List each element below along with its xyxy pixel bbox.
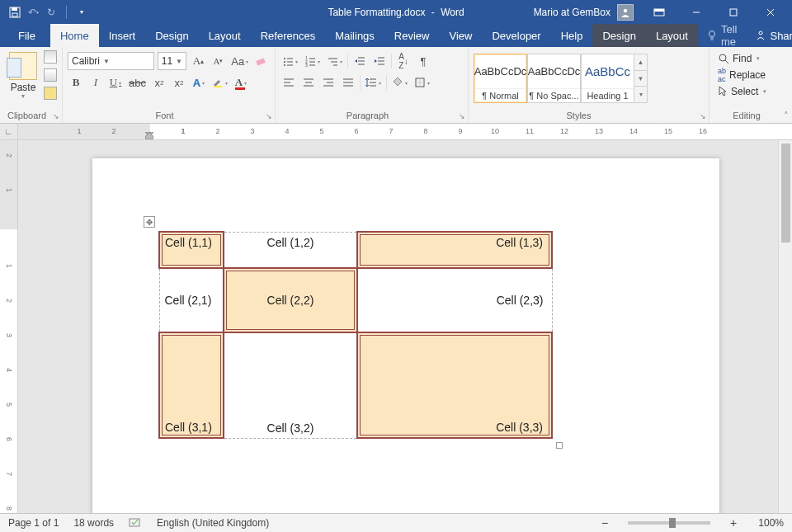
bullets-icon[interactable]: ▾ xyxy=(280,52,299,70)
tab-table-design[interactable]: Design xyxy=(592,24,645,47)
minimize-button[interactable] xyxy=(677,0,714,24)
document-page[interactable]: ✥ Cell (1,1) Cell (1,2) Cell (1,3) Cell … xyxy=(92,158,719,513)
page-area[interactable]: ✥ Cell (1,1) Cell (1,2) Cell (1,3) Cell … xyxy=(18,140,792,513)
table-cell[interactable]: Cell (3,2) xyxy=(224,332,357,438)
table-cell[interactable]: Cell (2,2) xyxy=(224,268,357,332)
styles-launcher-icon[interactable]: ↘ xyxy=(700,112,706,120)
paste-button[interactable]: Paste ▼ xyxy=(5,50,41,99)
table-cell[interactable]: Cell (1,2) xyxy=(224,232,357,268)
change-case-icon[interactable]: Aa▾ xyxy=(229,52,250,70)
align-right-icon[interactable] xyxy=(320,73,337,92)
horizontal-ruler[interactable]: ∟ 1 2 1 1 2 3 4 5 6 7 8 9 10 11 12 13 14… xyxy=(0,124,792,140)
tab-layout[interactable]: Layout xyxy=(199,24,251,47)
maximize-button[interactable] xyxy=(714,0,752,24)
clear-formatting-icon[interactable] xyxy=(253,52,270,70)
tab-mailings[interactable]: Mailings xyxy=(325,24,384,47)
style-normal[interactable]: AaBbCcDc ¶ Normal xyxy=(474,54,527,103)
paragraph-launcher-icon[interactable]: ↘ xyxy=(459,112,465,120)
hanging-indent-icon[interactable] xyxy=(145,132,153,139)
tab-help[interactable]: Help xyxy=(551,24,593,47)
zoom-level[interactable]: 100% xyxy=(758,517,784,529)
italic-button[interactable]: I xyxy=(87,73,104,92)
find-button[interactable]: Find▾ xyxy=(714,50,787,67)
share-button[interactable]: Share xyxy=(745,30,792,42)
highlight-icon[interactable]: ▾ xyxy=(210,73,229,92)
format-painter-icon[interactable] xyxy=(44,87,57,100)
font-launcher-icon[interactable]: ↘ xyxy=(266,112,272,120)
tab-references[interactable]: References xyxy=(251,24,325,47)
table-resize-handle-icon[interactable] xyxy=(556,442,563,449)
align-center-icon[interactable] xyxy=(300,73,317,92)
zoom-slider[interactable] xyxy=(628,521,710,525)
table-cell[interactable]: Cell (2,3) xyxy=(357,268,552,332)
language[interactable]: English (United Kingdom) xyxy=(157,517,269,529)
collapse-ribbon-icon[interactable]: ˄ xyxy=(784,111,789,121)
redo-icon[interactable]: ↻ xyxy=(45,6,58,19)
tab-view[interactable]: View xyxy=(439,24,482,47)
spellcheck-icon[interactable] xyxy=(129,517,142,529)
tab-review[interactable]: Review xyxy=(384,24,440,47)
ribbon-display-icon[interactable] xyxy=(640,0,677,24)
tab-insert[interactable]: Insert xyxy=(99,24,146,47)
font-name-combo[interactable]: Calibri▼ xyxy=(68,52,154,70)
vertical-ruler[interactable]: 2 1 1 2 3 4 5 6 7 8 xyxy=(0,140,18,513)
table-move-handle-icon[interactable]: ✥ xyxy=(144,216,155,228)
word-count[interactable]: 18 words xyxy=(73,517,114,529)
table-cell[interactable]: Cell (3,1) xyxy=(159,332,224,438)
save-icon[interactable] xyxy=(8,6,21,19)
table-cell[interactable]: Cell (2,1) xyxy=(159,268,224,332)
zoom-out-button[interactable]: − xyxy=(601,516,608,530)
customize-qat-icon[interactable]: ▾ xyxy=(75,6,88,19)
shading-icon[interactable]: ▾ xyxy=(390,73,409,92)
vertical-scrollbar[interactable] xyxy=(778,140,792,513)
underline-button[interactable]: U▾ xyxy=(107,73,124,92)
multilevel-list-icon[interactable]: ▾ xyxy=(325,52,344,70)
close-button[interactable] xyxy=(752,0,789,24)
group-label-clipboard: Clipboard xyxy=(0,111,54,120)
decrease-indent-icon[interactable] xyxy=(351,52,368,70)
scrollbar-thumb[interactable] xyxy=(781,144,790,242)
font-color-icon[interactable]: A▾ xyxy=(233,73,249,92)
table-cell[interactable]: Cell (1,3) xyxy=(357,232,552,268)
tab-home[interactable]: Home xyxy=(50,24,99,47)
document-table[interactable]: ✥ Cell (1,1) Cell (1,2) Cell (1,3) Cell … xyxy=(158,231,553,439)
borders-icon[interactable]: ▾ xyxy=(412,73,431,92)
zoom-slider-thumb[interactable] xyxy=(669,518,676,528)
styles-gallery-more[interactable]: ▲▼▾ xyxy=(634,54,648,103)
clipboard-launcher-icon[interactable]: ↘ xyxy=(53,112,59,120)
undo-icon[interactable]: ↶▾ xyxy=(26,6,40,19)
justify-icon[interactable] xyxy=(340,73,356,92)
page-count[interactable]: Page 1 of 1 xyxy=(8,517,59,529)
line-spacing-icon[interactable]: ▾ xyxy=(364,73,383,92)
select-button[interactable]: Select▾ xyxy=(714,83,787,100)
table-cell[interactable]: Cell (1,1) xyxy=(159,232,224,268)
increase-indent-icon[interactable] xyxy=(371,52,388,70)
tab-table-layout[interactable]: Layout xyxy=(646,24,698,47)
bold-button[interactable]: B xyxy=(68,73,84,92)
shrink-font-icon[interactable]: A▾ xyxy=(210,52,226,70)
text-effects-icon[interactable]: A▾ xyxy=(191,73,207,92)
style-heading-1[interactable]: AaBbCc Heading 1 xyxy=(581,54,634,103)
replace-button[interactable]: abacReplace xyxy=(714,67,787,83)
tab-selector-icon[interactable]: ∟ xyxy=(0,124,18,139)
strikethrough-button[interactable]: abc xyxy=(127,73,148,92)
align-left-icon[interactable] xyxy=(280,73,297,92)
user-avatar-icon[interactable] xyxy=(617,4,634,21)
zoom-in-button[interactable]: + xyxy=(730,516,737,530)
style-no-spacing[interactable]: AaBbCcDc ¶ No Spac... xyxy=(527,54,581,103)
copy-icon[interactable] xyxy=(44,68,57,82)
subscript-button[interactable]: x2 xyxy=(151,73,167,92)
tab-developer[interactable]: Developer xyxy=(482,24,550,47)
tell-me[interactable]: Tell me xyxy=(698,23,746,48)
user-name[interactable]: Mario at GemBox xyxy=(534,7,610,18)
sort-icon[interactable]: AZ↓ xyxy=(395,52,412,70)
numbering-icon[interactable]: 123▾ xyxy=(303,52,322,70)
cut-icon[interactable] xyxy=(44,50,57,64)
tab-file[interactable]: File xyxy=(8,24,45,47)
superscript-button[interactable]: x2 xyxy=(171,73,187,92)
tab-design[interactable]: Design xyxy=(145,24,198,47)
show-marks-icon[interactable]: ¶ xyxy=(415,52,431,70)
font-size-combo[interactable]: 11▼ xyxy=(158,52,187,70)
grow-font-icon[interactable]: A▴ xyxy=(190,52,206,70)
table-cell[interactable]: Cell (3,3) xyxy=(357,332,552,438)
